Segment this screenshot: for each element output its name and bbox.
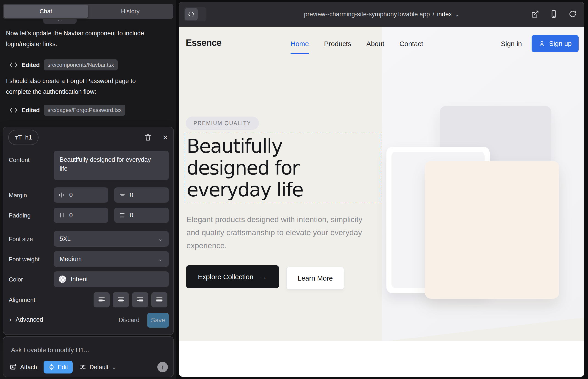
arrow-right-icon: → xyxy=(260,272,267,281)
margin-vertical-icon xyxy=(119,191,126,198)
hero-badge: PREMIUM QUALITY xyxy=(186,117,259,130)
align-justify-icon xyxy=(155,296,164,304)
edited-file-row: Edited src/components/Navbar.tsx xyxy=(10,59,118,71)
align-left-button[interactable] xyxy=(93,292,110,307)
url-page: index xyxy=(437,11,452,18)
font-weight-value: Medium xyxy=(60,255,82,263)
explore-collection-label: Explore Collection xyxy=(198,273,253,281)
align-left-icon xyxy=(97,296,106,304)
color-select[interactable]: Inherit xyxy=(54,271,169,287)
alignment-label: Alignment xyxy=(9,296,35,303)
nav-link-products[interactable]: Products xyxy=(324,40,351,48)
site-viewport: Essence Home Products About Contact Sign… xyxy=(179,27,584,377)
learn-more-button[interactable]: Learn More xyxy=(286,267,344,290)
hero-paragraph: Elegant products designed with intention… xyxy=(186,213,370,252)
font-weight-select[interactable]: Medium ⌄ xyxy=(54,251,169,267)
margin-x-input[interactable]: 0 xyxy=(54,188,108,203)
panel-tabbar: Chat History xyxy=(3,4,173,19)
content-value: Beautifully designed for everyday life xyxy=(60,155,156,173)
tab-history[interactable]: History xyxy=(88,5,172,18)
trash-icon xyxy=(144,134,151,141)
color-value: Inherit xyxy=(71,276,88,283)
element-tag: h1 xyxy=(25,134,32,141)
nav-link-about[interactable]: About xyxy=(366,40,384,48)
sign-in-link[interactable]: Sign in xyxy=(501,40,522,48)
font-size-select[interactable]: 5XL ⌄ xyxy=(54,231,169,247)
edit-label: Edit xyxy=(58,364,68,371)
tab-chat[interactable]: Chat xyxy=(4,5,88,18)
edit-mode-button[interactable]: Edit xyxy=(44,361,73,374)
color-label: Color xyxy=(9,276,23,283)
chevron-right-icon: › xyxy=(9,316,12,323)
chevron-down-icon: ⌄ xyxy=(112,364,116,370)
margin-y-input[interactable]: 0 xyxy=(114,188,169,203)
font-size-value: 5XL xyxy=(60,235,71,242)
code-icon xyxy=(10,62,17,68)
toolbar-actions xyxy=(530,9,577,19)
edited-file-chip[interactable]: src/pages/ForgotPassword.tsx xyxy=(44,105,125,116)
chat-composer[interactable]: Ask Lovable to modify H1... Attach Edit xyxy=(3,336,174,377)
save-button[interactable]: Save xyxy=(147,313,169,328)
edited-file-row: Edited src/pages/ForgotPassword.tsx xyxy=(10,104,125,116)
nav-link-contact[interactable]: Contact xyxy=(400,40,423,48)
learn-more-label: Learn More xyxy=(298,274,333,282)
composer-placeholder: Ask Lovable to modify H1... xyxy=(11,347,89,354)
padding-y-value: 0 xyxy=(130,212,133,219)
explore-collection-button[interactable]: Explore Collection → xyxy=(186,265,279,288)
hero-heading[interactable]: Beautifully designed for everyday life xyxy=(187,135,347,201)
browser-toolbar: preview--charming-site-symphony.lovable.… xyxy=(179,2,584,27)
close-icon: ✕ xyxy=(162,134,168,142)
transparency-swatch-icon xyxy=(59,276,66,283)
site-logo[interactable]: Essence xyxy=(186,38,221,48)
align-justify-button[interactable] xyxy=(151,292,167,307)
padding-horizontal-icon xyxy=(58,212,65,219)
send-button[interactable]: ↑ xyxy=(157,362,168,372)
preview-browser: preview--charming-site-symphony.lovable.… xyxy=(179,2,584,377)
padding-label: Padding xyxy=(9,212,31,219)
url-separator: / xyxy=(433,11,434,18)
decor-card-beige xyxy=(425,161,559,299)
chevron-down-icon: ⌄ xyxy=(158,236,163,242)
advanced-toggle[interactable]: › Advanced xyxy=(9,316,43,323)
external-link-icon[interactable] xyxy=(530,9,540,19)
url-host: preview--charming-site-symphony.lovable.… xyxy=(304,11,430,18)
nav-link-home[interactable]: Home xyxy=(291,40,309,48)
margin-horizontal-icon xyxy=(58,191,65,198)
font-weight-label: Font weight xyxy=(9,256,39,263)
padding-x-input[interactable]: 0 xyxy=(54,208,108,223)
refresh-icon[interactable] xyxy=(568,9,577,19)
align-center-button[interactable] xyxy=(113,292,129,307)
scrolled-chip-peek: · · xyxy=(43,19,77,24)
attach-button[interactable]: Attach xyxy=(10,363,37,371)
sign-up-label: Sign up xyxy=(549,40,572,47)
lovable-workspace: Chat History · · Now let's update the Na… xyxy=(0,0,588,379)
align-right-button[interactable] xyxy=(132,292,148,307)
element-tag-badge: тT h1 xyxy=(8,130,39,145)
align-right-icon xyxy=(136,296,144,304)
delete-element-button[interactable] xyxy=(143,132,153,143)
advanced-label: Advanced xyxy=(15,316,43,323)
content-input[interactable]: Beautifully designed for everyday life xyxy=(54,151,169,180)
padding-y-input[interactable]: 0 xyxy=(114,208,169,223)
url-bar[interactable]: preview--charming-site-symphony.lovable.… xyxy=(179,2,584,27)
element-editor-panel: тT h1 ✕ Content Beautifully designed for… xyxy=(3,127,174,335)
mobile-icon[interactable] xyxy=(549,9,559,19)
sliders-icon xyxy=(79,363,86,371)
close-editor-button[interactable]: ✕ xyxy=(160,132,171,143)
content-label: Content xyxy=(9,157,30,164)
user-icon xyxy=(539,40,545,47)
mode-label: Default xyxy=(90,364,108,371)
attach-label: Attach xyxy=(20,364,37,371)
arrow-up-icon: ↑ xyxy=(161,363,164,371)
mode-select[interactable]: Default ⌄ xyxy=(79,363,117,371)
site-nav: Home Products About Contact xyxy=(291,40,423,48)
sign-up-button[interactable]: Sign up xyxy=(532,35,579,52)
target-icon xyxy=(48,364,55,371)
align-center-icon xyxy=(117,296,125,304)
composer-toolbar: Attach Edit Default ⌄ ↑ xyxy=(10,361,168,374)
code-icon xyxy=(10,107,17,113)
edited-file-chip[interactable]: src/components/Navbar.tsx xyxy=(44,59,117,70)
discard-button[interactable]: Discard xyxy=(119,316,140,324)
chevron-down-icon: ⌄ xyxy=(158,256,163,262)
typography-icon: тT xyxy=(15,134,22,141)
